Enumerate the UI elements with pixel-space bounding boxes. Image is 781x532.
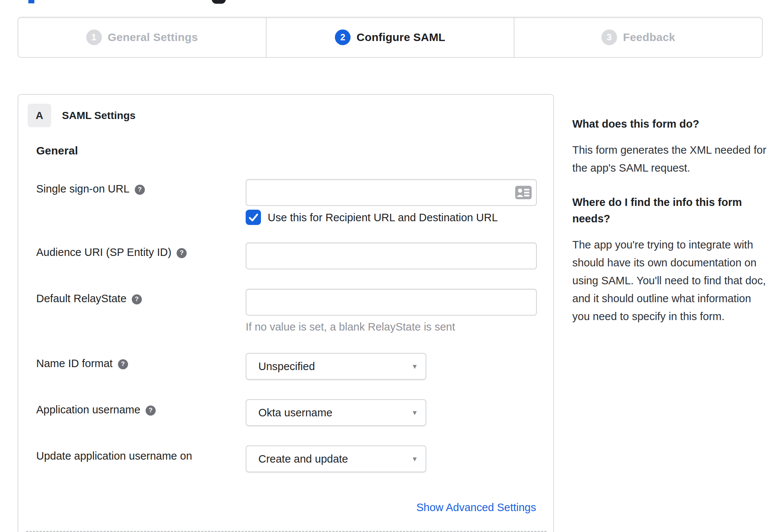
sso-url-help-icon[interactable]: ? bbox=[135, 185, 145, 195]
recipient-url-checkbox[interactable] bbox=[246, 210, 261, 225]
name-id-format-select[interactable]: Unspecified ▾ bbox=[246, 353, 426, 380]
show-advanced-settings-link[interactable]: Show Advanced Settings bbox=[416, 501, 536, 514]
saml-settings-panel: A SAML Settings General Single sign-on U… bbox=[18, 94, 554, 532]
audience-uri-help-icon[interactable]: ? bbox=[177, 248, 187, 258]
application-username-label-text: Application username bbox=[36, 404, 140, 416]
chevron-down-icon: ▾ bbox=[413, 408, 417, 417]
sso-url-field-wrap bbox=[246, 179, 537, 206]
step-3-badge: 3 bbox=[601, 29, 617, 45]
help-sidebar: What does this form do? This form genera… bbox=[572, 116, 771, 325]
application-username-select[interactable]: Okta username ▾ bbox=[246, 399, 426, 426]
header-fragment-button bbox=[212, 0, 226, 4]
contact-card-icon[interactable] bbox=[515, 186, 532, 199]
default-relaystate-label-text: Default RelayState bbox=[36, 292, 127, 304]
update-app-username-label: Update application username on bbox=[36, 450, 192, 462]
header-fragment-logo bbox=[28, 0, 34, 3]
chevron-down-icon: ▾ bbox=[413, 362, 417, 371]
step-2-label: Configure SAML bbox=[357, 31, 445, 44]
step-3-label: Feedback bbox=[623, 31, 675, 44]
name-id-format-value: Unspecified bbox=[258, 360, 315, 373]
step-1-badge: 1 bbox=[86, 29, 102, 45]
audience-uri-input[interactable] bbox=[246, 242, 537, 269]
general-heading: General bbox=[36, 144, 78, 157]
chevron-down-icon: ▾ bbox=[413, 454, 417, 463]
sidebar-heading-what: What does this form do? bbox=[572, 116, 771, 132]
application-username-help-icon[interactable]: ? bbox=[146, 406, 156, 416]
wizard-stepper: 1 General Settings 2 Configure SAML 3 Fe… bbox=[18, 17, 763, 58]
audience-uri-label-text: Audience URI (SP Entity ID) bbox=[36, 246, 171, 258]
name-id-format-label: Name ID format? bbox=[36, 357, 128, 370]
step-1-label: General Settings bbox=[108, 31, 198, 44]
application-username-value: Okta username bbox=[258, 407, 332, 419]
default-relaystate-help-icon[interactable]: ? bbox=[132, 294, 142, 304]
sso-url-label-text: Single sign-on URL bbox=[36, 183, 130, 195]
update-app-username-value: Create and update bbox=[258, 453, 348, 465]
step-configure-saml[interactable]: 2 Configure SAML bbox=[266, 18, 514, 57]
sidebar-heading-where: Where do I find the info this form needs… bbox=[572, 194, 771, 227]
application-username-label: Application username? bbox=[36, 404, 156, 416]
update-app-username-select[interactable]: Create and update ▾ bbox=[246, 445, 426, 472]
sidebar-section-where: Where do I find the info this form needs… bbox=[572, 194, 771, 325]
default-relaystate-label: Default RelayState? bbox=[36, 292, 142, 305]
sidebar-body-where: The app you're trying to integrate with … bbox=[572, 236, 771, 325]
default-relaystate-hint: If no value is set, a blank RelayState i… bbox=[246, 321, 455, 333]
audience-uri-label: Audience URI (SP Entity ID)? bbox=[36, 246, 187, 259]
sso-url-input[interactable] bbox=[246, 179, 537, 206]
step-feedback[interactable]: 3 Feedback bbox=[514, 18, 762, 57]
name-id-format-help-icon[interactable]: ? bbox=[118, 359, 128, 369]
section-title: SAML Settings bbox=[62, 110, 136, 122]
sidebar-section-what: What does this form do? This form genera… bbox=[572, 116, 771, 177]
section-a-badge: A bbox=[28, 104, 51, 127]
sidebar-body-what: This form generates the XML needed for t… bbox=[572, 141, 771, 177]
checkmark-icon bbox=[249, 213, 258, 222]
name-id-format-label-text: Name ID format bbox=[36, 357, 113, 369]
default-relaystate-input[interactable] bbox=[246, 289, 537, 316]
step-general-settings[interactable]: 1 General Settings bbox=[18, 18, 266, 57]
recipient-url-checkbox-label[interactable]: Use this for Recipient URL and Destinati… bbox=[268, 212, 498, 224]
step-2-badge: 2 bbox=[335, 29, 351, 45]
sso-url-label: Single sign-on URL? bbox=[36, 183, 145, 195]
